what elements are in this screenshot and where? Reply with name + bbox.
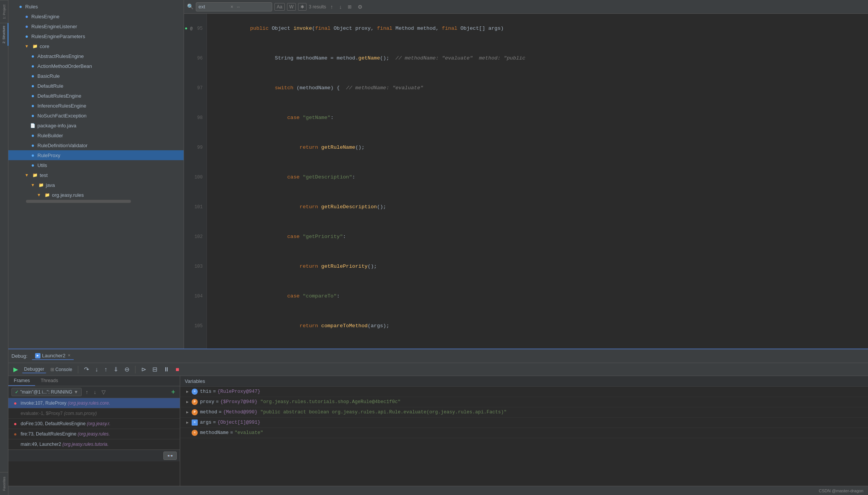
whole-word-button[interactable]: W <box>287 3 296 11</box>
proxy-name: proxy <box>200 399 215 405</box>
tree-item-rulebuilder[interactable]: ● RuleBuilder <box>8 130 184 140</box>
defaultrulesengine-icon: ● <box>30 93 36 99</box>
debug-tab-debugger[interactable]: Debugger <box>22 366 46 373</box>
frame-item-main[interactable]: main:49, Launcher2 (org.jeasy.rules.tuto… <box>8 439 180 450</box>
tree-item-core-folder[interactable]: ▼ 📁 core <box>8 41 184 51</box>
left-panel-icons: 1: Project 2: Structure Favorites <box>0 0 8 495</box>
tree-item-org-jeasy-rules[interactable]: ▼ 📁 org.jeasy.rules <box>8 190 184 200</box>
thread-selector[interactable]: ✓ "main"@1 i...": RUNNING ▼ <box>11 388 82 396</box>
sidebar-item-favorites[interactable]: Favorites <box>0 472 8 495</box>
frame-breakpoint-icon: ● <box>12 400 18 406</box>
tree-item-test-folder[interactable]: ▼ 📁 test <box>8 170 184 180</box>
tree-item-rulesengineparameters[interactable]: ● RulesEngineParameters <box>8 31 184 41</box>
debug-toolbar: ▶ Debugger ⊞ Console ↷ ↓ ↑ ⇓ ⊖ ⊳ ⊟ ⏸ ■ <box>8 363 868 376</box>
code-content-103: return getRulePriority(); <box>207 252 868 281</box>
regex-button[interactable]: ✱ <box>298 3 307 11</box>
tree-item-label: NoSuchFactException <box>37 113 87 119</box>
tree-item-label: RuleProxy <box>37 153 60 158</box>
tree-item-actionmethodorderbean[interactable]: ● ActionMethodOrderBean <box>8 61 184 71</box>
evaluate-button[interactable]: ⊟ <box>150 365 159 374</box>
args-equals: = <box>213 420 216 425</box>
debug-session-tab[interactable]: ▶ Launcher2 × <box>32 352 74 360</box>
debug-session-icon: ▶ <box>35 353 40 358</box>
drop-frame-button[interactable]: ⊖ <box>123 365 131 374</box>
var-item-method[interactable]: ▶ P method = {Method@990} "public abstra… <box>180 407 868 418</box>
frame-filter-button[interactable]: ▽ <box>100 388 107 396</box>
var-item-proxy[interactable]: ▶ P proxy = {$Proxy7@949} "org.jeasy.rul… <box>180 397 868 407</box>
this-expand-icon[interactable]: ▶ <box>185 389 190 394</box>
proxy-expand-icon[interactable]: ▶ <box>185 399 190 405</box>
frame-item-evaluate[interactable]: evaluate:-1, $Proxy7 (com.sun.proxy) <box>8 408 180 419</box>
frame-item-fire[interactable]: ● fire:73, DefaultRulesEngine (org.jeasy… <box>8 429 180 439</box>
search-settings-button[interactable]: ⚙ <box>356 3 365 11</box>
frame-item-dofire[interactable]: ● doFire:100, DefaultRulesEngine (org.je… <box>8 419 180 429</box>
method-expand-icon[interactable]: ▶ <box>185 410 190 415</box>
tree-item-basicrule[interactable]: ● BasicRule <box>8 71 184 81</box>
threads-tab[interactable]: Threads <box>35 376 63 386</box>
search-next-button[interactable]: ↓ <box>337 3 344 11</box>
tree-scrollbar-h[interactable] <box>8 200 184 203</box>
tree-item-ruleproxy[interactable]: ● RuleProxy <box>8 150 184 160</box>
status-text: CSDN @master-dragon <box>819 489 863 493</box>
sidebar-item-project[interactable]: 1: Project <box>0 0 8 23</box>
sidebar-item-structure[interactable]: 2: Structure <box>0 23 8 46</box>
defaultrule-icon: ● <box>30 83 36 89</box>
tree-item-abstractrulesengine[interactable]: ● AbstractRulesEngine <box>8 51 184 61</box>
args-value: {Object[1]@991} <box>218 420 261 425</box>
tree-item-defaultrulesengine[interactable]: ● DefaultRulesEngine <box>8 91 184 101</box>
tree-item-label: Rules <box>25 4 38 10</box>
debug-session-close[interactable]: × <box>68 353 70 358</box>
var-item-methodname[interactable]: ▶ ≡ methodName = "evaluate" <box>180 428 868 438</box>
tree-item-rulesengine[interactable]: ● RulesEngine <box>8 11 184 21</box>
this-value: {RuleProxy@947} <box>218 389 261 394</box>
frame-down-button[interactable]: ↓ <box>92 388 98 396</box>
debug-tab-console[interactable]: ⊞ Console <box>48 366 74 373</box>
frames-tab[interactable]: Frames <box>8 376 35 386</box>
tree-item-inferencerulesengine[interactable]: ● InferenceRulesEngine <box>8 101 184 111</box>
search-input[interactable]: ext <box>198 4 229 10</box>
var-item-args[interactable]: ▶ ≡ args = {Object[1]@991} <box>180 418 868 428</box>
tree-item-rulesenginelistener[interactable]: ● RulesEngineListener <box>8 21 184 31</box>
frame-up-button[interactable]: ↑ <box>84 388 90 396</box>
search-replace-button[interactable]: ↔ <box>235 4 242 10</box>
code-line-104: 104 case "compareTo": <box>184 281 868 311</box>
gutter-99: 99 <box>184 133 207 162</box>
tree-item-defaultrule[interactable]: ● DefaultRule <box>8 81 184 91</box>
search-clear-button[interactable]: × <box>229 3 235 10</box>
tree-item-java-folder[interactable]: ▼ 📁 java <box>8 180 184 190</box>
search-expand-button[interactable]: ⊞ <box>346 3 353 10</box>
step-over-button[interactable]: ↷ <box>82 365 91 374</box>
tree-item-utils[interactable]: ● Utils <box>8 160 184 170</box>
thread-selector-label: "main"@1 i...": RUNNING <box>20 389 72 395</box>
pause-button[interactable]: ⏸ <box>161 365 171 374</box>
tree-item-nosuchfactexception[interactable]: ● NoSuchFactException <box>8 111 184 121</box>
gutter-101: 101 <box>184 192 207 222</box>
this-type-icon: ≡ <box>192 389 198 395</box>
status-bar: CSDN @master-dragon <box>8 486 868 495</box>
args-expand-icon[interactable]: ▶ <box>185 420 190 425</box>
match-case-button[interactable]: Aa <box>274 3 285 11</box>
run-to-cursor-button[interactable]: ⊳ <box>139 365 148 374</box>
tree-item-package-info[interactable]: 📄 package-info.java <box>8 121 184 130</box>
basicrule-icon: ● <box>30 73 36 79</box>
stop-button[interactable]: ■ <box>174 365 181 374</box>
debug-resume-button[interactable]: ▶ <box>11 365 20 374</box>
top-area: ● Rules ● RulesEngine ● RulesEngineListe… <box>8 0 868 349</box>
tree-item-ruledefinitionvalidator[interactable]: ● RuleDefinitionValidator <box>8 140 184 150</box>
test-folder-icon: ▼ <box>24 172 30 178</box>
glasses-button[interactable]: 👓 <box>163 452 177 460</box>
code-line-103: 103 return getRulePriority(); <box>184 252 868 281</box>
methodname-type-icon: ≡ <box>192 430 198 436</box>
rules-icon: ● <box>18 3 24 10</box>
ruledefinitionvalidator-icon: ● <box>30 142 36 148</box>
search-prev-button[interactable]: ↑ <box>328 3 335 11</box>
code-content-100: case "getDescription": <box>207 162 868 192</box>
tree-item-label: org.jeasy.rules <box>52 192 84 198</box>
force-step-into-button[interactable]: ⇓ <box>111 365 120 374</box>
var-item-this[interactable]: ▶ ≡ this = {RuleProxy@947} <box>180 387 868 397</box>
frame-item-invoke[interactable]: ● invoke:107, RuleProxy (org.jeasy.rules… <box>8 398 180 408</box>
frame-add-button[interactable]: + <box>169 388 177 396</box>
step-into-button[interactable]: ↓ <box>93 365 100 374</box>
tree-item-rules[interactable]: ● Rules <box>8 2 184 11</box>
step-out-button[interactable]: ↑ <box>102 365 109 374</box>
